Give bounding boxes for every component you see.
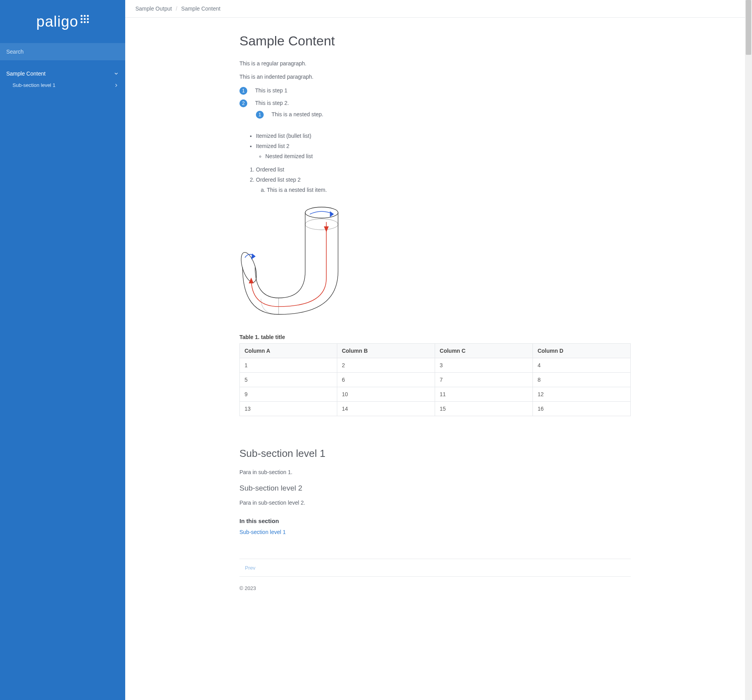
list-item-text: Itemized list (bullet list) <box>256 133 311 139</box>
nested-ordered-list: This is a nested list item. <box>267 187 631 193</box>
table-header: Column D <box>533 344 630 358</box>
subsubsection-title: Sub-section level 2 <box>239 484 631 493</box>
sidebar-item-label: Sample Content <box>6 70 45 77</box>
logo[interactable]: paligo <box>0 0 125 43</box>
search-input[interactable] <box>0 43 125 60</box>
sidebar-item-sample-content[interactable]: Sample Content <box>0 67 125 80</box>
sidebar-item-sub-section[interactable]: Sub-section level 1 <box>0 80 125 90</box>
subsection-title: Sub-section level 1 <box>239 447 631 460</box>
chevron-right-icon <box>113 83 119 88</box>
svg-marker-5 <box>324 227 328 231</box>
table-row: 1 2 3 4 <box>240 358 631 373</box>
copyright: © 2023 <box>239 585 631 591</box>
nested-bullet-list: Nested itemized list <box>265 153 631 159</box>
bullet-list: Itemized list (bullet list) Itemized lis… <box>256 133 631 159</box>
sidebar-nav: Sample Content Sub-section level 1 <box>0 67 125 90</box>
table-cell: 8 <box>533 373 630 387</box>
list-item: This is a nested list item. <box>267 187 631 193</box>
svg-marker-3 <box>330 212 333 216</box>
svg-point-2 <box>305 219 338 230</box>
table-cell: 10 <box>337 387 435 402</box>
table-cell: 15 <box>435 402 533 416</box>
list-item-text: Nested itemized list <box>265 153 313 159</box>
list-item: Itemized list 2 Nested itemized list <box>256 143 631 159</box>
svg-point-0 <box>305 207 338 218</box>
chevron-down-icon <box>113 71 119 76</box>
table-cell: 14 <box>337 402 435 416</box>
step-text: This is a nested step. <box>272 111 323 117</box>
table-row: 13 14 15 16 <box>240 402 631 416</box>
table-header: Column A <box>240 344 337 358</box>
paragraph-indented: This is an indented paragraph. <box>239 74 631 80</box>
step: 1 This is a nested step. <box>256 111 323 119</box>
table-cell: 6 <box>337 373 435 387</box>
table-header: Column B <box>337 344 435 358</box>
table-cell: 5 <box>240 373 337 387</box>
procedure-steps: 1 This is step 1 2 This is step 2. 1 Thi… <box>239 87 631 126</box>
list-item: Nested itemized list <box>265 153 631 159</box>
pager: Prev <box>239 559 631 577</box>
table-cell: 11 <box>435 387 533 402</box>
step-number-badge: 2 <box>239 99 247 107</box>
paragraph: This is a regular paragraph. <box>239 60 631 67</box>
paragraph: Para in sub-section 1. <box>239 469 631 475</box>
table-header: Column C <box>435 344 533 358</box>
step: 2 This is step 2. 1 This is a nested ste… <box>239 99 631 126</box>
list-item-text: Ordered list <box>256 166 284 173</box>
table-row: 9 10 11 12 <box>240 387 631 402</box>
page-title: Sample Content <box>239 33 631 49</box>
step: 1 This is step 1 <box>239 87 631 95</box>
table-row: 5 6 7 8 <box>240 373 631 387</box>
ordered-list: Ordered list Ordered list step 2 This is… <box>256 166 631 193</box>
table-cell: 7 <box>435 373 533 387</box>
table-cell: 9 <box>240 387 337 402</box>
list-item: Ordered list step 2 This is a nested lis… <box>256 177 631 193</box>
step-text: This is step 1 <box>255 87 287 94</box>
breadcrumb-current: Sample Content <box>181 5 220 12</box>
paragraph: Para in sub-section level 2. <box>239 500 631 506</box>
svg-point-1 <box>239 251 260 284</box>
table-cell: 4 <box>533 358 630 373</box>
list-item-text: Itemized list 2 <box>256 143 290 149</box>
breadcrumb: Sample Output / Sample Content <box>125 0 745 18</box>
svg-marker-6 <box>249 278 253 283</box>
search-bar <box>0 43 125 60</box>
list-item-text: This is a nested list item. <box>267 187 327 193</box>
sidebar: paligo Sample Content Sub-section level … <box>0 0 125 700</box>
table-caption: Table 1. table title <box>239 334 631 340</box>
prev-link[interactable]: Prev <box>239 565 255 571</box>
table-cell: 12 <box>533 387 630 402</box>
scrollbar-track[interactable] <box>745 0 752 700</box>
table-cell: 3 <box>435 358 533 373</box>
in-this-section-link[interactable]: Sub-section level 1 <box>239 529 286 535</box>
step-number-badge: 1 <box>256 111 264 119</box>
table-cell: 1 <box>240 358 337 373</box>
logo-dots-icon <box>81 15 89 23</box>
sidebar-item-label: Sub-section level 1 <box>13 82 56 88</box>
list-item: Itemized list (bullet list) <box>256 133 631 139</box>
step-number-badge: 1 <box>239 87 247 95</box>
data-table: Column A Column B Column C Column D 1 2 … <box>239 343 631 416</box>
breadcrumb-parent[interactable]: Sample Output <box>135 5 172 12</box>
step-text: This is step 2. <box>255 100 289 106</box>
table-cell: 16 <box>533 402 630 416</box>
in-this-section-label: In this section <box>239 518 631 524</box>
breadcrumb-separator: / <box>173 5 180 12</box>
table-header-row: Column A Column B Column C Column D <box>240 344 631 358</box>
main-content: Sample Output / Sample Content Sample Co… <box>125 0 745 700</box>
list-item-text: Ordered list step 2 <box>256 177 300 183</box>
list-item: Ordered list <box>256 166 631 173</box>
logo-text: paligo <box>36 13 78 30</box>
figure-pipe-diagram <box>239 201 631 326</box>
table-cell: 13 <box>240 402 337 416</box>
table-cell: 2 <box>337 358 435 373</box>
svg-marker-4 <box>252 254 255 259</box>
scrollbar-thumb[interactable] <box>746 0 751 55</box>
nested-steps: 1 This is a nested step. <box>256 111 323 119</box>
